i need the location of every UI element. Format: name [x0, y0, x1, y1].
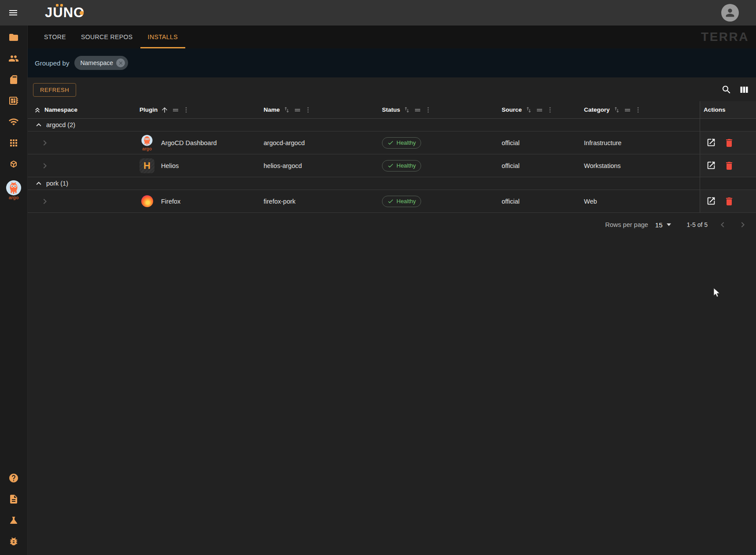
sd-card-icon[interactable]	[8, 74, 19, 85]
developer-board-icon[interactable]	[8, 95, 19, 106]
previous-page-icon[interactable]	[717, 219, 728, 230]
collapse-all-icon[interactable]	[33, 101, 42, 118]
svg-text:argo: argo	[142, 146, 152, 151]
group-label: pork (1)	[46, 180, 68, 187]
chip-label: Namespace	[80, 59, 113, 66]
grouped-by-band: Grouped by Namespace	[28, 48, 756, 77]
sortable-icon[interactable]	[613, 106, 620, 113]
column-filter-icon[interactable]	[536, 106, 543, 114]
groups-icon[interactable]	[8, 53, 19, 64]
juno-logo: JUNO	[45, 5, 84, 20]
column-header-namespace[interactable]: Namespace	[44, 101, 77, 118]
category-value: Web	[584, 198, 597, 205]
expand-row-icon[interactable]	[40, 154, 50, 177]
science-icon[interactable]	[8, 515, 19, 526]
column-menu-icon[interactable]	[305, 106, 312, 113]
open-install-icon[interactable]	[706, 138, 717, 148]
rows-per-page-label: Rows per page	[605, 221, 648, 228]
group-label: argocd (2)	[46, 121, 75, 128]
table-header-row: Namespace Plugin Name Status	[28, 101, 756, 119]
wifi-icon[interactable]	[8, 117, 19, 127]
group-row-pork[interactable]: pork (1)	[28, 177, 756, 190]
firefox-icon	[139, 195, 154, 207]
refresh-button[interactable]: REFRESH	[33, 83, 76, 97]
document-icon[interactable]	[8, 494, 19, 504]
collapse-group-icon[interactable]	[34, 120, 44, 130]
next-page-icon[interactable]	[738, 219, 748, 230]
column-filter-icon[interactable]	[624, 106, 631, 114]
category-value: Workstations	[584, 162, 621, 169]
source-value: official	[502, 162, 520, 169]
column-menu-icon[interactable]	[183, 106, 190, 113]
top-app-bar: JUNO	[0, 0, 756, 26]
install-name: helios-argocd	[264, 162, 302, 169]
sortable-icon[interactable]	[525, 106, 532, 113]
tab-source-repos[interactable]: SOURCE REPOS	[73, 26, 140, 48]
collapse-group-icon[interactable]	[34, 179, 44, 188]
group-actions-spacer	[700, 119, 756, 131]
grouped-by-label: Grouped by	[35, 59, 69, 67]
help-icon[interactable]	[8, 473, 19, 483]
group-row-argocd[interactable]: argocd (2)	[28, 119, 756, 131]
juno-logo-text: JUNO	[45, 5, 84, 21]
expand-row-icon[interactable]	[40, 190, 50, 212]
table-row[interactable]: H Helios helios-argocd Healthy official …	[28, 154, 756, 177]
bug-icon[interactable]	[8, 536, 19, 547]
delete-install-icon[interactable]	[724, 138, 734, 148]
columns-icon[interactable]	[739, 84, 749, 95]
delete-install-icon[interactable]	[724, 161, 734, 171]
check-icon	[387, 162, 394, 169]
open-install-icon[interactable]	[706, 196, 717, 207]
tab-installs[interactable]: INSTALLS	[140, 26, 185, 48]
app-root: JUNO	[0, 0, 756, 555]
sortable-icon[interactable]	[403, 106, 411, 113]
column-menu-icon[interactable]	[547, 106, 554, 113]
package-icon[interactable]	[8, 159, 19, 169]
expand-row-icon[interactable]	[40, 131, 50, 154]
column-header-source[interactable]: Source	[502, 101, 554, 118]
chip-remove-icon[interactable]	[116, 58, 125, 67]
sort-ascending-icon[interactable]	[161, 106, 169, 114]
account-avatar[interactable]	[721, 4, 739, 22]
column-filter-icon[interactable]	[172, 106, 180, 114]
group-actions-spacer	[700, 177, 756, 190]
status-badge: Healthy	[382, 160, 421, 172]
sortable-icon[interactable]	[283, 106, 290, 113]
namespace-group-chip[interactable]: Namespace	[74, 56, 128, 70]
delete-install-icon[interactable]	[724, 196, 734, 207]
logo-umlaut-dot	[60, 4, 63, 7]
column-filter-icon[interactable]	[414, 106, 422, 114]
column-header-category[interactable]: Category	[584, 101, 642, 118]
dropdown-caret-icon	[667, 223, 671, 226]
left-sidebar: argo	[0, 26, 28, 555]
sidebar-top-group: argo	[5, 26, 22, 200]
pagination-range: 1-5 of 5	[687, 221, 708, 228]
column-menu-icon[interactable]	[425, 106, 432, 113]
table-row[interactable]: Firefox firefox-pork Healthy official We…	[28, 190, 756, 213]
logo-o-dot	[80, 11, 84, 15]
helios-icon: H	[139, 158, 154, 173]
column-filter-icon[interactable]	[294, 106, 301, 114]
column-header-actions: Actions	[700, 101, 756, 118]
search-icon[interactable]	[721, 84, 732, 95]
table-toolbar: REFRESH	[28, 77, 756, 101]
rows-per-page-select[interactable]: 15	[655, 221, 671, 229]
plugin-title: ArgoCD Dashboard	[161, 139, 217, 146]
tab-store[interactable]: STORE	[37, 26, 73, 48]
open-install-icon[interactable]	[706, 161, 717, 171]
tab-bar: STORE SOURCE REPOS INSTALLS TERRA	[28, 26, 756, 48]
argo-avatar[interactable]: argo	[5, 180, 22, 200]
plugin-title: Firefox	[161, 198, 180, 205]
column-header-name[interactable]: Name	[264, 101, 312, 118]
folder-icon[interactable]	[8, 32, 19, 43]
installs-table: Namespace Plugin Name Status	[28, 101, 756, 237]
apps-icon[interactable]	[8, 138, 19, 148]
status-badge: Healthy	[382, 137, 421, 149]
table-row[interactable]: argo ArgoCD Dashboard argocd-argocd Heal…	[28, 131, 756, 154]
sidebar-bottom-group	[8, 473, 19, 555]
column-menu-icon[interactable]	[635, 106, 642, 113]
column-header-plugin[interactable]: Plugin	[139, 101, 190, 118]
column-header-status[interactable]: Status	[382, 101, 432, 118]
menu-icon[interactable]	[8, 7, 18, 18]
source-value: official	[502, 198, 520, 205]
